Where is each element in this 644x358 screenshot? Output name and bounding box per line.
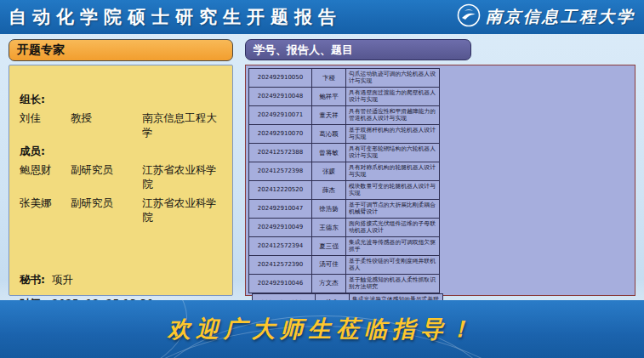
schedule-table-left: 202492910050卞稷勾爪运动轨迹可调的六轮机器人设计与实现2024929… [248,68,440,293]
table-row: 202492910070葛沁颖基于双摇杆机构的六轮机器人设计与实现 [249,124,440,143]
reporter-name-cell: 夏三强 [312,236,346,255]
leader-label: 组长: [20,93,222,107]
member-name: 鲍恩财 [20,163,71,192]
university-brand: 南京信息工程大学 [457,3,635,31]
leader-org: 南京信息工程大学 [142,111,222,140]
table-row: 202492910071童天祥具有管径适应性和平滑越障能力的管道机器人设计与实现 [249,105,440,124]
reporter-name-cell: 薛杰 [312,180,346,199]
secretary-label: 秘书: [20,273,45,287]
secretary-row: 秘书: 项升 [20,273,222,287]
reporter-name-cell: 王德东 [312,218,346,236]
presentation-slide: 自动化学院硕士研究生开题报告 南京信息工程大学 开题专家 组长: 刘佳 教授 南… [0,0,644,358]
reporter-name-cell: 徐浩扬 [312,199,346,218]
reporter-name-cell: 张媛 [312,162,346,180]
thesis-title-cell: 具有对称爪机构的轮腿机器人设计与实现 [346,162,440,180]
members-label: 成员: [20,145,222,159]
thesis-title-cell: 面向搭接式光伏组件运维的子母联动机器人设计 [346,218,440,236]
leader-title: 教授 [71,111,142,140]
table-row: 202492910048鲍祥平具有遇壁面过渡能力的爬壁机器人设计与实现 [249,87,440,105]
member-title: 副研究员 [71,196,142,225]
experts-panel-body: 组长: 刘佳 教授 南京信息工程大学 成员: 鲍恩财 副研究员 江苏省农业科学院… [9,65,233,296]
reporter-name-cell: 卞稷 [312,69,346,88]
reporter-name-cell: 葛沁颖 [312,124,346,143]
member-name: 张美娜 [20,196,71,225]
student-id-cell: 202492910071 [249,105,312,124]
student-id-cell: 202492910048 [249,87,312,105]
member-title: 副研究员 [71,163,142,192]
leader-name: 刘佳 [20,111,71,140]
university-name: 南京信息工程大学 [486,6,635,28]
table-row: 202412572388曾将敏具有可变形轮辋结构的六轮机器人设计与实现 [249,143,440,162]
member-row: 鲍恩财 副研究员 江苏省农业科学院 [20,163,222,192]
student-id-cell: 202492910046 [249,274,312,293]
table-row: 202492910046方文杰基于触觉感知的机器人柔性抓取识别方法研究 [249,274,440,293]
table-row: 202492910049王德东面向搭接式光伏组件运维的子母联动机器人设计 [249,218,440,236]
bottom-banner: 欢迎广大师生莅临指导！ [0,300,644,358]
experts-panel-title: 开题专家 [17,43,65,58]
thesis-title-cell: 具有可变形轮辋结构的六轮机器人设计与实现 [346,143,440,162]
student-id-cell: 202492910070 [249,124,312,143]
thesis-title-cell: 模块数量可变的轮腿机器人设计与实现 [346,180,440,199]
thesis-title-cell: 集成光波导传感器的可调双指欠驱抓手 [346,236,440,255]
secretary-name: 项升 [52,273,73,287]
thesis-title-cell: 基于双摇杆机构的六轮机器人设计与实现 [346,124,440,143]
schedule-panel-body: 202492910050卞稷勾爪运动轨迹可调的六轮机器人设计与实现2024929… [245,65,635,296]
reporter-name-cell: 汤可佳 [312,255,346,274]
reporter-name-cell: 方文杰 [312,274,346,293]
table-row: 202412572398张媛具有对称爪机构的轮腿机器人设计与实现 [249,162,440,180]
table-row: 202412220520薛杰模块数量可变的轮腿机器人设计与实现 [249,180,440,199]
student-id-cell: 202412572390 [249,255,312,274]
decorative-arc [0,300,187,358]
top-banner: 自动化学院硕士研究生开题报告 南京信息工程大学 [0,0,644,34]
schedule-panel-header: 学号、报告人、题目 [245,39,471,60]
student-id-cell: 202412572394 [249,236,312,255]
student-id-cell: 202412572398 [249,162,312,180]
student-id-cell: 202412572388 [249,143,312,162]
experts-panel-header: 开题专家 [9,39,233,61]
thesis-title-cell: 基于柔性铰链的可变刚度绳并联机器人 [346,255,440,274]
schedule-panel-title: 学号、报告人、题目 [254,43,353,58]
table-row: 202492910047徐浩扬基于可调节点的大折展比刚柔耦合机械臂设计 [249,199,440,218]
table-row: 202412572394夏三强集成光波导传感器的可调双指欠驱抓手 [249,236,440,255]
member-row: 张美娜 副研究员 江苏省农业科学院 [20,196,222,225]
reporter-name-cell: 童天祥 [312,105,346,124]
reporter-name-cell: 鲍祥平 [312,87,346,105]
student-id-cell: 202412220520 [249,180,312,199]
university-logo-icon [457,3,481,31]
welcome-message: 欢迎广大师生莅临指导！ [168,314,476,344]
table-row: 202412572390汤可佳基于柔性铰链的可变刚度绳并联机器人 [249,255,440,274]
reporter-name-cell: 曾将敏 [312,143,346,162]
thesis-title-cell: 基于触觉感知的机器人柔性抓取识别方法研究 [346,274,440,293]
thesis-title-cell: 基于可调节点的大折展比刚柔耦合机械臂设计 [346,199,440,218]
thesis-title-cell: 勾爪运动轨迹可调的六轮机器人设计与实现 [346,69,440,88]
leader-row: 刘佳 教授 南京信息工程大学 [20,111,222,140]
page-title: 自动化学院硕士研究生开题报告 [9,5,342,29]
table-row: 202492910050卞稷勾爪运动轨迹可调的六轮机器人设计与实现 [249,69,440,88]
student-id-cell: 202492910049 [249,218,312,236]
member-org: 江苏省农业科学院 [142,163,222,192]
student-id-cell: 202492910047 [249,199,312,218]
thesis-title-cell: 具有遇壁面过渡能力的爬壁机器人设计与实现 [346,87,440,105]
student-id-cell: 202492910050 [249,69,312,88]
member-org: 江苏省农业科学院 [142,196,222,225]
thesis-title-cell: 具有管径适应性和平滑越障能力的管道机器人设计与实现 [346,105,440,124]
